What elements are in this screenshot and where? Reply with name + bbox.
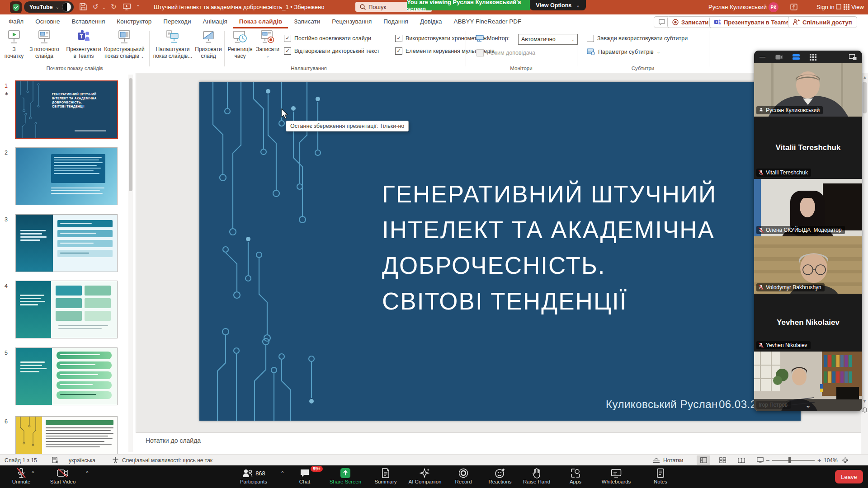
slide-thumbnail-2[interactable] bbox=[15, 147, 118, 205]
mic-options-icon[interactable]: ^ bbox=[32, 470, 34, 476]
from-current-slide-button[interactable]: З поточного слайда bbox=[26, 30, 62, 59]
setup-slideshow-button[interactable]: Налаштувати показ слайдів... bbox=[152, 30, 193, 59]
zoom-slider-handle[interactable] bbox=[788, 457, 791, 463]
youtube-overlay-pill[interactable]: YouTube ⌄ bbox=[24, 1, 74, 13]
checkbox-keep-slides-updated[interactable]: ✓ Постійно оновлювати слайди bbox=[284, 35, 371, 42]
zoom-level[interactable]: 104% bbox=[824, 455, 838, 466]
checkbox-play-narrations[interactable]: ✓ Відтворювати дикторський текст bbox=[284, 47, 379, 55]
summary-button[interactable]: Summary bbox=[365, 467, 406, 484]
unmute-button[interactable]: Unmute bbox=[1, 467, 42, 484]
start-video-button[interactable]: Start Video bbox=[42, 467, 83, 484]
overlay-shield-widget[interactable] bbox=[10, 1, 22, 13]
record-button[interactable]: Record bbox=[443, 467, 484, 484]
ai-companion-button[interactable]: AI Companion bbox=[405, 467, 445, 484]
title-dropdown-icon[interactable]: ⌄ bbox=[316, 5, 320, 9]
tab-home[interactable]: Основне bbox=[29, 14, 66, 28]
tab-animations[interactable]: Анімація bbox=[197, 14, 233, 28]
checkbox-always-use-subtitles[interactable]: Завжди використовувати субтитри bbox=[587, 35, 688, 42]
slide-thumbnail-3[interactable] bbox=[15, 214, 118, 272]
save-button[interactable] bbox=[80, 3, 87, 10]
tab-design[interactable]: Конструктор bbox=[111, 14, 157, 28]
video-camera-view-icon[interactable] bbox=[775, 55, 783, 60]
popout-button[interactable] bbox=[790, 4, 797, 10]
start-slideshow-qat-button[interactable] bbox=[123, 4, 131, 10]
tab-file[interactable]: Файл bbox=[3, 14, 29, 28]
slideshow-view-button[interactable] bbox=[753, 455, 767, 465]
notes-pane[interactable]: Нотатки до слайда bbox=[136, 432, 868, 455]
slide-thumbnail-5[interactable] bbox=[15, 347, 118, 405]
hide-slide-button[interactable]: Приховати слайд bbox=[193, 30, 223, 59]
thumbnail-scrollbar[interactable] bbox=[128, 75, 133, 452]
share-button[interactable]: Спільний доступ bbox=[788, 16, 857, 28]
bell-icon[interactable] bbox=[862, 407, 868, 413]
share-screen-button[interactable]: Share Screen bbox=[325, 467, 366, 484]
participant-tile-video[interactable]: Руслан Куликовський bbox=[754, 63, 862, 117]
accessibility-status[interactable]: Спеціальні можливості: щось не так bbox=[122, 455, 212, 466]
panel-layout-icon[interactable] bbox=[849, 54, 857, 60]
collapse-panel-button[interactable]: ⌄ bbox=[754, 399, 862, 411]
undo-dropdown-icon[interactable]: ⌄ bbox=[102, 5, 106, 10]
fit-to-window-button[interactable] bbox=[842, 455, 849, 466]
thumbnail-scrollbar-thumb[interactable] bbox=[129, 78, 132, 191]
present-in-teams-button[interactable]: T Презентувати в Teams bbox=[709, 16, 794, 28]
tab-transitions[interactable]: Переходи bbox=[157, 14, 197, 28]
subtitle-settings-button[interactable]: Параметри субтитрів ⌄ bbox=[587, 48, 660, 55]
view-options-button[interactable]: View Options ⌄ bbox=[530, 0, 586, 10]
chevron-down-icon[interactable]: ⌄ bbox=[56, 5, 59, 9]
minimize-panel-icon[interactable]: — bbox=[760, 55, 765, 59]
raise-hand-button[interactable]: Raise Hand bbox=[516, 467, 557, 484]
language-button[interactable]: українська bbox=[69, 455, 95, 466]
participant-tile-video[interactable]: Volodymyr Bakhrushyn bbox=[754, 236, 862, 294]
tab-insert[interactable]: Вставлення bbox=[66, 14, 111, 28]
participants-button[interactable]: 868 Participants bbox=[229, 467, 278, 484]
record-slideshow-button[interactable]: Записати ⌄ bbox=[255, 30, 281, 59]
custom-slideshow-button[interactable]: Користувацький показ слайдів ⌄ bbox=[101, 30, 147, 60]
slide-thumbnail-6[interactable] bbox=[15, 416, 118, 455]
qat-customize-icon[interactable]: ⌄ bbox=[136, 2, 140, 8]
scrollbar-thumb[interactable] bbox=[863, 82, 867, 113]
tab-abbyy[interactable]: ABBYY FineReader PDF bbox=[448, 14, 527, 28]
checkbox-use-timings[interactable]: ✓ Використовувати хронометраж bbox=[395, 35, 487, 42]
slide-thumbnail-1[interactable]: ГЕНЕРАТИВНИЙ ШТУЧНИЙІНТЕЛЕКТ ТА АКАДЕМІЧ… bbox=[15, 80, 118, 139]
sign-in-button[interactable]: Sign in bbox=[816, 4, 835, 10]
tab-help[interactable]: Довідка bbox=[414, 14, 448, 28]
speaker-view-icon[interactable] bbox=[793, 54, 800, 60]
apps-button[interactable]: Apps bbox=[555, 467, 596, 484]
video-options-icon[interactable]: ^ bbox=[86, 470, 89, 476]
leave-button[interactable]: Leave bbox=[835, 470, 863, 483]
from-beginning-button[interactable]: З початку bbox=[2, 30, 26, 59]
account-name[interactable]: Руслан Куликовський bbox=[708, 4, 767, 10]
whiteboards-button[interactable]: Whiteboards bbox=[596, 467, 637, 484]
scroll-up-icon[interactable]: ▲ bbox=[861, 75, 868, 80]
slide-canvas[interactable]: ГЕНЕРАТИВНИЙ ШТУЧНИЙ ІНТЕЛЕКТ ТА АКАДЕМІ… bbox=[199, 82, 801, 421]
participants-options-icon[interactable]: ^ bbox=[281, 470, 284, 476]
notes-toggle-button[interactable]: Нотатки bbox=[653, 455, 683, 466]
tab-review[interactable]: Рецензування bbox=[326, 14, 377, 28]
tab-record[interactable]: Записати bbox=[288, 14, 326, 28]
gallery-view-icon[interactable] bbox=[810, 54, 816, 61]
slide-sorter-view-button[interactable] bbox=[716, 455, 729, 465]
reactions-button[interactable]: Reactions bbox=[480, 467, 520, 484]
tab-slideshow[interactable]: Показ слайдів bbox=[233, 14, 288, 28]
chat-button[interactable]: Chat 99+ bbox=[284, 467, 325, 484]
slide-thumbnail-4[interactable] bbox=[15, 281, 118, 338]
zoom-out-button[interactable]: − bbox=[766, 455, 770, 466]
normal-view-button[interactable] bbox=[697, 455, 710, 465]
participant-tile-name[interactable]: Yevhen Nikolaiev Yevhen Nikolaiev bbox=[754, 294, 862, 352]
monitor-select[interactable]: Автоматично ⌄ bbox=[518, 34, 578, 45]
proofing-status-button[interactable] bbox=[52, 455, 58, 466]
participant-tile-name[interactable]: Vitalii Tereshchuk Vitalii Tereshchuk bbox=[754, 117, 862, 179]
account-avatar[interactable]: РК bbox=[769, 2, 778, 12]
scroll-down-icon[interactable]: ▼ bbox=[863, 399, 867, 404]
tab-view[interactable]: Подання bbox=[377, 14, 414, 28]
notes-button[interactable]: Notes bbox=[640, 467, 681, 484]
rehearse-timings-button[interactable]: Репетиція часу bbox=[226, 30, 255, 59]
redo-button[interactable]: ↻ bbox=[111, 0, 117, 14]
undo-button[interactable]: ↺ bbox=[93, 0, 99, 14]
reading-view-button[interactable] bbox=[735, 455, 748, 465]
record-presentation-button[interactable]: Записати bbox=[667, 16, 713, 28]
overlay-toggle[interactable] bbox=[62, 2, 71, 12]
zoom-slider-track[interactable] bbox=[772, 460, 815, 461]
zoom-in-button[interactable]: + bbox=[817, 455, 821, 466]
apps-grid-icon[interactable] bbox=[844, 4, 849, 10]
